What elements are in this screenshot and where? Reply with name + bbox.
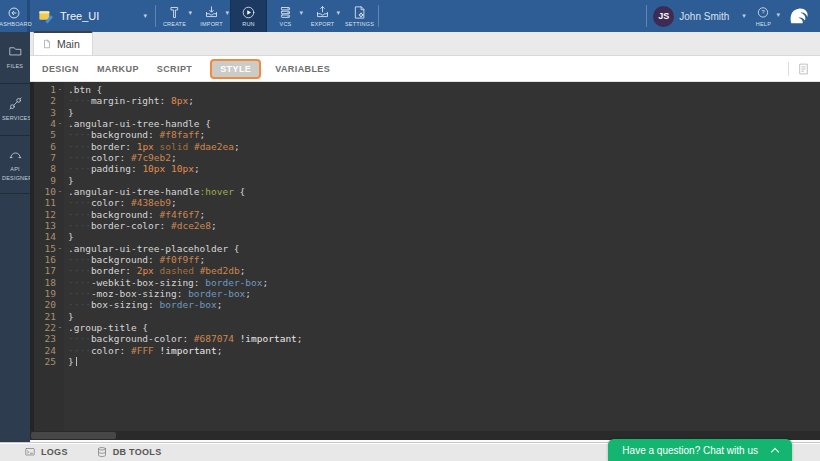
line-number[interactable]: 22- xyxy=(34,322,64,333)
code-line[interactable]: ····-moz-box-sizing: border-box; xyxy=(68,288,820,299)
line-number[interactable]: 17 xyxy=(34,265,64,276)
page-tab-bar: Main xyxy=(30,32,820,56)
tab-style[interactable]: STYLE xyxy=(210,59,261,79)
line-number[interactable]: 19 xyxy=(34,288,64,299)
code-line[interactable]: ····border: 2px dashed #bed2db; xyxy=(68,265,820,276)
code-line[interactable]: ····background-color: #687074 !important… xyxy=(68,333,820,344)
code-line[interactable]: } xyxy=(68,231,820,242)
line-number[interactable]: 25 xyxy=(34,356,64,367)
scrollbar-thumb[interactable] xyxy=(31,432,116,439)
project-selector[interactable]: Tree_UI ▾ xyxy=(30,0,155,32)
code-line[interactable]: .btn { xyxy=(68,84,820,95)
code-line[interactable]: ····color: #7c9eb2; xyxy=(68,152,820,163)
line-number[interactable]: 24 xyxy=(34,345,64,356)
tab-variables[interactable]: VARIABLES xyxy=(275,64,330,74)
code-line[interactable]: ····color: #438eb9; xyxy=(68,197,820,208)
code-line[interactable]: ····color: #FFF !important; xyxy=(68,345,820,356)
settings-label: SETTINGS xyxy=(345,21,374,27)
line-number[interactable]: 11 xyxy=(34,197,64,208)
db-tools-button[interactable]: DB TOOLS xyxy=(96,446,162,458)
code-line[interactable]: ····-webkit-box-sizing: border-box; xyxy=(68,277,820,288)
play-circle-icon xyxy=(241,5,256,20)
export-button[interactable]: EXPORT ▾ xyxy=(304,0,341,32)
code-line[interactable]: ····border: 1px solid #dae2ea; xyxy=(68,141,820,152)
line-number[interactable]: 8 xyxy=(34,163,64,174)
code-line[interactable]: ····background: #f4f6f7; xyxy=(68,209,820,220)
sidebar-item-label: FILES xyxy=(2,62,28,70)
svg-text:?: ? xyxy=(762,9,766,15)
code-line[interactable]: ····background: #f8faff; xyxy=(68,129,820,140)
tab-main[interactable]: Main xyxy=(33,31,93,55)
code-line[interactable]: ····margin-right: 8px; xyxy=(68,95,820,106)
chat-widget-button[interactable]: Have a question? Chat with us xyxy=(608,439,792,461)
line-number[interactable]: 4- xyxy=(34,118,64,129)
sidebar-item-api-designer[interactable]: API DESIGNER xyxy=(0,136,30,194)
line-number[interactable]: 23 xyxy=(34,333,64,344)
top-bar: DASHBOARD Tree_UI ▾ CREATE ▾ IMPORT ▾ RU… xyxy=(0,0,820,32)
tab-markup[interactable]: MARKUP xyxy=(97,64,139,74)
code-line[interactable]: } xyxy=(68,107,820,118)
brand-logo xyxy=(775,0,820,32)
line-number[interactable]: 12 xyxy=(34,209,64,220)
left-sidebar: FILES SERVICES API DESIGNER xyxy=(0,32,30,442)
chevron-down-icon: ▾ xyxy=(742,12,746,20)
import-tray-icon xyxy=(204,5,219,20)
user-menu[interactable]: JS John Smith ▾ xyxy=(647,0,752,32)
vcs-button[interactable]: VCS ▾ xyxy=(267,0,304,32)
line-number[interactable]: 20 xyxy=(34,299,64,310)
run-button[interactable]: RUN xyxy=(230,0,267,32)
chevron-down-icon: ▾ xyxy=(336,9,340,17)
code-line[interactable]: ····padding: 10px 10px; xyxy=(68,163,820,174)
line-number[interactable]: 15- xyxy=(34,243,64,254)
chevron-up-icon xyxy=(771,447,779,455)
code-line[interactable]: } xyxy=(68,175,820,186)
import-button[interactable]: IMPORT ▾ xyxy=(193,0,230,32)
line-number[interactable]: 21 xyxy=(34,311,64,322)
dashboard-label: DASHBOARD xyxy=(0,21,32,27)
code-line[interactable]: .angular-ui-tree-handle:hover { xyxy=(68,186,820,197)
tab-design[interactable]: DESIGN xyxy=(42,64,79,74)
code-line[interactable]: .group-title { xyxy=(68,322,820,333)
settings-button[interactable]: SETTINGS xyxy=(341,0,378,32)
line-number[interactable]: 14 xyxy=(34,231,64,242)
code-line[interactable]: } xyxy=(68,356,820,367)
tab-script[interactable]: SCRIPT xyxy=(157,64,192,74)
code-editor[interactable]: 1-234-5678910-1112131415-16171819202122-… xyxy=(30,82,820,442)
chevron-down-icon: ▾ xyxy=(776,11,780,19)
chevron-down-icon: ▾ xyxy=(225,9,229,17)
arc-icon xyxy=(8,147,23,162)
line-number[interactable]: 6 xyxy=(34,141,64,152)
code-line[interactable]: .angular-ui-tree-placeholder { xyxy=(68,243,820,254)
page-icon xyxy=(42,38,52,50)
logs-button[interactable]: LOGS xyxy=(24,446,68,458)
code-line[interactable]: .angular-ui-tree-handle { xyxy=(68,118,820,129)
help-button[interactable]: ? HELP ▾ xyxy=(752,0,775,32)
code-line[interactable]: ····border-color: #dce2e8; xyxy=(68,220,820,231)
line-number[interactable]: 16 xyxy=(34,254,64,265)
line-number[interactable]: 2 xyxy=(34,95,64,106)
line-number[interactable]: 9 xyxy=(34,175,64,186)
line-number[interactable]: 3 xyxy=(34,107,64,118)
question-circle-icon: ? xyxy=(756,6,770,20)
document-gear-icon xyxy=(352,5,367,20)
line-number[interactable]: 18 xyxy=(34,277,64,288)
line-number[interactable]: 7 xyxy=(34,152,64,163)
file-notes-icon[interactable] xyxy=(797,62,810,76)
sidebar-item-label: API DESIGNER xyxy=(2,165,28,182)
line-number[interactable]: 10- xyxy=(34,186,64,197)
line-number[interactable]: 13 xyxy=(34,220,64,231)
link-nodes-icon xyxy=(8,96,23,111)
vcs-label: VCS xyxy=(280,21,292,27)
run-label: RUN xyxy=(242,21,255,27)
line-number[interactable]: 5 xyxy=(34,129,64,140)
sidebar-item-services[interactable]: SERVICES xyxy=(0,84,30,136)
code-line[interactable]: } xyxy=(68,311,820,322)
code-line[interactable]: ····box-sizing: border-box; xyxy=(68,299,820,310)
import-label: IMPORT xyxy=(200,21,223,27)
terminal-icon xyxy=(24,446,36,458)
line-number[interactable]: 1- xyxy=(34,84,64,95)
dashboard-button[interactable]: DASHBOARD xyxy=(0,0,30,32)
sidebar-item-files[interactable]: FILES xyxy=(0,32,30,84)
create-button[interactable]: CREATE ▾ xyxy=(156,0,193,32)
code-line[interactable]: ····background: #f0f9ff; xyxy=(68,254,820,265)
